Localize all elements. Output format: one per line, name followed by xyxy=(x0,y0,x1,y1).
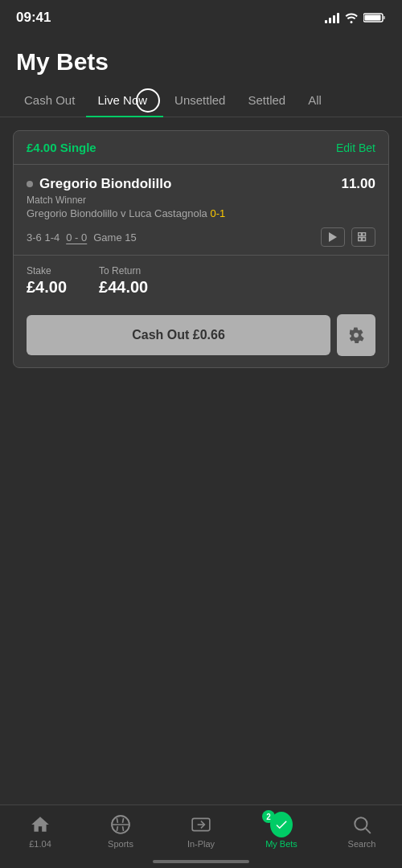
mybets-badge: 2 xyxy=(262,810,275,823)
home-indicator xyxy=(153,860,249,863)
svg-rect-7 xyxy=(363,238,366,241)
inplay-icon xyxy=(190,813,212,836)
bet-card-header: £4.00 Single Edit Bet xyxy=(14,131,388,165)
play-icon-button[interactable] xyxy=(321,227,345,247)
stake-label: Stake xyxy=(27,265,67,276)
bet-card: £4.00 Single Edit Bet Gregorio Biondolil… xyxy=(13,130,389,368)
cashout-button[interactable]: Cash Out £0.66 xyxy=(27,315,330,355)
tab-livenow[interactable]: Live Now xyxy=(86,84,163,117)
score-icons xyxy=(321,227,375,247)
nav-label-home: £1.04 xyxy=(29,839,51,849)
nav-item-sports[interactable]: Sports xyxy=(80,813,161,849)
page-title: My Bets xyxy=(16,48,386,76)
return-block: To Return £44.00 xyxy=(99,265,148,297)
stake-amount: £4.00 xyxy=(27,278,67,297)
wifi-icon xyxy=(344,12,359,23)
status-icons xyxy=(325,12,386,23)
match-header-row: Gregorio Biondolillo Match Winner Gregor… xyxy=(27,176,375,219)
status-bar: 09:41 xyxy=(0,0,402,32)
svg-line-12 xyxy=(366,829,371,833)
svg-rect-6 xyxy=(359,238,362,241)
nav-item-search[interactable]: Search xyxy=(322,813,402,849)
match-type: Match Winner xyxy=(27,194,341,206)
nav-label-mybets: My Bets xyxy=(265,839,297,849)
svg-rect-4 xyxy=(359,233,362,236)
grid-icon-button[interactable] xyxy=(351,227,375,247)
battery-icon xyxy=(363,12,386,23)
odds-value: 11.00 xyxy=(341,176,375,192)
edit-bet-button[interactable]: Edit Bet xyxy=(336,141,375,154)
svg-rect-5 xyxy=(363,233,366,236)
grid-icon xyxy=(358,232,369,242)
tab-settled[interactable]: Settled xyxy=(236,84,297,117)
live-now-circle xyxy=(136,88,160,113)
current-score: 0-1 xyxy=(210,207,225,219)
nav-item-mybets[interactable]: 2 My Bets xyxy=(241,813,322,849)
stake-block: Stake £4.00 xyxy=(27,265,67,297)
player-name: Gregorio Biondolillo xyxy=(27,176,341,192)
nav-label-search: Search xyxy=(348,839,376,849)
stake-return-row: Stake £4.00 To Return £44.00 xyxy=(14,255,388,306)
nav-item-home[interactable]: £1.04 xyxy=(0,813,80,849)
sports-icon xyxy=(109,813,132,836)
game-info: Game 15 xyxy=(93,231,136,244)
search-icon xyxy=(351,813,373,836)
mybets-icon: 2 xyxy=(270,813,293,836)
svg-point-11 xyxy=(355,817,367,829)
bet-type-label: £4.00 Single xyxy=(27,141,96,154)
match-left: Gregorio Biondolillo Match Winner Gregor… xyxy=(27,176,341,219)
match-teams: Gregorio Biondolillo v Luca Castagnola 0… xyxy=(27,207,341,219)
tab-cashout[interactable]: Cash Out xyxy=(13,84,86,117)
live-dot xyxy=(27,181,33,187)
nav-label-inplay: In-Play xyxy=(187,839,215,849)
tab-unsettled[interactable]: Unsettled xyxy=(163,84,236,117)
set-scores: 3-6 1-4 xyxy=(27,231,59,244)
match-section: Gregorio Biondolillo Match Winner Gregor… xyxy=(14,165,388,255)
tab-all[interactable]: All xyxy=(297,84,333,117)
nav-item-inplay[interactable]: In-Play xyxy=(161,813,241,849)
gear-icon xyxy=(348,327,364,343)
svg-rect-1 xyxy=(365,15,381,21)
return-label: To Return xyxy=(99,265,148,276)
bottom-nav: £1.04 Sports In-Play xyxy=(0,805,402,868)
score-details: 3-6 1-4 0 - 0 Game 15 xyxy=(27,231,137,244)
cashout-settings-button[interactable] xyxy=(337,314,375,356)
svg-marker-3 xyxy=(329,232,337,242)
return-amount: £44.00 xyxy=(99,278,148,297)
bets-area: £4.00 Single Edit Bet Gregorio Biondolil… xyxy=(0,117,402,381)
svg-rect-2 xyxy=(384,16,386,19)
play-icon xyxy=(329,232,337,242)
home-icon xyxy=(29,813,51,836)
current-game-score: 0 - 0 xyxy=(66,231,87,244)
nav-label-sports: Sports xyxy=(108,839,133,849)
tabs-bar: Cash Out Live Now Unsettled Settled All xyxy=(0,84,402,117)
cashout-row: Cash Out £0.66 xyxy=(14,306,388,367)
status-time: 09:41 xyxy=(16,10,51,26)
score-row: 3-6 1-4 0 - 0 Game 15 xyxy=(27,227,375,247)
signal-icon xyxy=(325,12,339,23)
page-header: My Bets xyxy=(0,32,402,84)
